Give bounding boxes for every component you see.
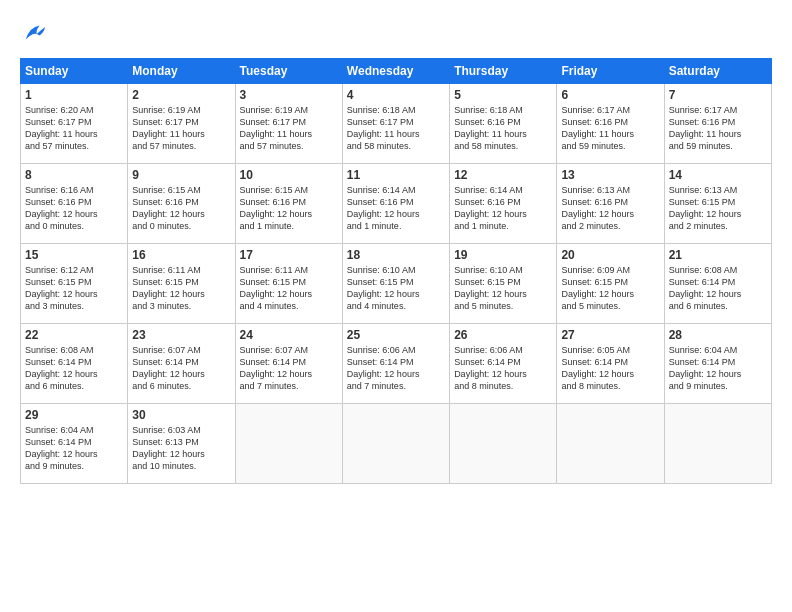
calendar-day-cell: 6Sunrise: 6:17 AM Sunset: 6:16 PM Daylig… bbox=[557, 84, 664, 164]
day-info: Sunrise: 6:13 AM Sunset: 6:16 PM Dayligh… bbox=[561, 184, 659, 233]
calendar-day-cell: 22Sunrise: 6:08 AM Sunset: 6:14 PM Dayli… bbox=[21, 324, 128, 404]
day-number: 1 bbox=[25, 88, 123, 102]
calendar-week-row: 15Sunrise: 6:12 AM Sunset: 6:15 PM Dayli… bbox=[21, 244, 772, 324]
calendar-day-cell: 23Sunrise: 6:07 AM Sunset: 6:14 PM Dayli… bbox=[128, 324, 235, 404]
calendar-day-cell: 30Sunrise: 6:03 AM Sunset: 6:13 PM Dayli… bbox=[128, 404, 235, 484]
day-number: 10 bbox=[240, 168, 338, 182]
day-info: Sunrise: 6:14 AM Sunset: 6:16 PM Dayligh… bbox=[454, 184, 552, 233]
calendar-day-cell: 24Sunrise: 6:07 AM Sunset: 6:14 PM Dayli… bbox=[235, 324, 342, 404]
day-number: 28 bbox=[669, 328, 767, 342]
day-info: Sunrise: 6:07 AM Sunset: 6:14 PM Dayligh… bbox=[132, 344, 230, 393]
day-number: 17 bbox=[240, 248, 338, 262]
calendar-day-cell: 1Sunrise: 6:20 AM Sunset: 6:17 PM Daylig… bbox=[21, 84, 128, 164]
calendar-header-tuesday: Tuesday bbox=[235, 59, 342, 84]
day-number: 29 bbox=[25, 408, 123, 422]
logo bbox=[20, 20, 52, 48]
calendar-header-sunday: Sunday bbox=[21, 59, 128, 84]
day-info: Sunrise: 6:06 AM Sunset: 6:14 PM Dayligh… bbox=[454, 344, 552, 393]
day-info: Sunrise: 6:10 AM Sunset: 6:15 PM Dayligh… bbox=[454, 264, 552, 313]
day-number: 22 bbox=[25, 328, 123, 342]
page: SundayMondayTuesdayWednesdayThursdayFrid… bbox=[0, 0, 792, 612]
day-info: Sunrise: 6:20 AM Sunset: 6:17 PM Dayligh… bbox=[25, 104, 123, 153]
day-info: Sunrise: 6:15 AM Sunset: 6:16 PM Dayligh… bbox=[132, 184, 230, 233]
calendar-day-cell: 4Sunrise: 6:18 AM Sunset: 6:17 PM Daylig… bbox=[342, 84, 449, 164]
calendar-day-cell bbox=[664, 404, 771, 484]
day-number: 27 bbox=[561, 328, 659, 342]
calendar-day-cell: 25Sunrise: 6:06 AM Sunset: 6:14 PM Dayli… bbox=[342, 324, 449, 404]
day-info: Sunrise: 6:05 AM Sunset: 6:14 PM Dayligh… bbox=[561, 344, 659, 393]
calendar-day-cell bbox=[450, 404, 557, 484]
header bbox=[20, 20, 772, 48]
calendar-day-cell: 12Sunrise: 6:14 AM Sunset: 6:16 PM Dayli… bbox=[450, 164, 557, 244]
day-number: 3 bbox=[240, 88, 338, 102]
calendar-day-cell: 26Sunrise: 6:06 AM Sunset: 6:14 PM Dayli… bbox=[450, 324, 557, 404]
calendar-header-friday: Friday bbox=[557, 59, 664, 84]
day-info: Sunrise: 6:04 AM Sunset: 6:14 PM Dayligh… bbox=[669, 344, 767, 393]
calendar-day-cell: 18Sunrise: 6:10 AM Sunset: 6:15 PM Dayli… bbox=[342, 244, 449, 324]
calendar-day-cell: 5Sunrise: 6:18 AM Sunset: 6:16 PM Daylig… bbox=[450, 84, 557, 164]
calendar-day-cell: 27Sunrise: 6:05 AM Sunset: 6:14 PM Dayli… bbox=[557, 324, 664, 404]
logo-icon bbox=[20, 20, 48, 48]
calendar-day-cell bbox=[235, 404, 342, 484]
calendar-day-cell: 15Sunrise: 6:12 AM Sunset: 6:15 PM Dayli… bbox=[21, 244, 128, 324]
day-info: Sunrise: 6:08 AM Sunset: 6:14 PM Dayligh… bbox=[669, 264, 767, 313]
calendar-day-cell: 13Sunrise: 6:13 AM Sunset: 6:16 PM Dayli… bbox=[557, 164, 664, 244]
calendar-day-cell bbox=[342, 404, 449, 484]
day-info: Sunrise: 6:18 AM Sunset: 6:17 PM Dayligh… bbox=[347, 104, 445, 153]
calendar-header-thursday: Thursday bbox=[450, 59, 557, 84]
day-number: 6 bbox=[561, 88, 659, 102]
day-number: 8 bbox=[25, 168, 123, 182]
calendar-header-monday: Monday bbox=[128, 59, 235, 84]
day-info: Sunrise: 6:17 AM Sunset: 6:16 PM Dayligh… bbox=[561, 104, 659, 153]
day-number: 19 bbox=[454, 248, 552, 262]
calendar-day-cell: 28Sunrise: 6:04 AM Sunset: 6:14 PM Dayli… bbox=[664, 324, 771, 404]
calendar-day-cell: 19Sunrise: 6:10 AM Sunset: 6:15 PM Dayli… bbox=[450, 244, 557, 324]
day-number: 5 bbox=[454, 88, 552, 102]
calendar-week-row: 22Sunrise: 6:08 AM Sunset: 6:14 PM Dayli… bbox=[21, 324, 772, 404]
day-number: 11 bbox=[347, 168, 445, 182]
calendar-day-cell: 9Sunrise: 6:15 AM Sunset: 6:16 PM Daylig… bbox=[128, 164, 235, 244]
day-number: 25 bbox=[347, 328, 445, 342]
day-number: 26 bbox=[454, 328, 552, 342]
calendar-day-cell: 17Sunrise: 6:11 AM Sunset: 6:15 PM Dayli… bbox=[235, 244, 342, 324]
day-number: 15 bbox=[25, 248, 123, 262]
calendar-table: SundayMondayTuesdayWednesdayThursdayFrid… bbox=[20, 58, 772, 484]
day-info: Sunrise: 6:14 AM Sunset: 6:16 PM Dayligh… bbox=[347, 184, 445, 233]
day-number: 16 bbox=[132, 248, 230, 262]
calendar-day-cell: 14Sunrise: 6:13 AM Sunset: 6:15 PM Dayli… bbox=[664, 164, 771, 244]
day-info: Sunrise: 6:03 AM Sunset: 6:13 PM Dayligh… bbox=[132, 424, 230, 473]
day-info: Sunrise: 6:18 AM Sunset: 6:16 PM Dayligh… bbox=[454, 104, 552, 153]
day-info: Sunrise: 6:10 AM Sunset: 6:15 PM Dayligh… bbox=[347, 264, 445, 313]
calendar-day-cell: 7Sunrise: 6:17 AM Sunset: 6:16 PM Daylig… bbox=[664, 84, 771, 164]
day-number: 2 bbox=[132, 88, 230, 102]
day-info: Sunrise: 6:11 AM Sunset: 6:15 PM Dayligh… bbox=[240, 264, 338, 313]
calendar-header-wednesday: Wednesday bbox=[342, 59, 449, 84]
day-number: 12 bbox=[454, 168, 552, 182]
calendar-week-row: 1Sunrise: 6:20 AM Sunset: 6:17 PM Daylig… bbox=[21, 84, 772, 164]
calendar-day-cell: 10Sunrise: 6:15 AM Sunset: 6:16 PM Dayli… bbox=[235, 164, 342, 244]
calendar-header-row: SundayMondayTuesdayWednesdayThursdayFrid… bbox=[21, 59, 772, 84]
calendar-header-saturday: Saturday bbox=[664, 59, 771, 84]
day-number: 21 bbox=[669, 248, 767, 262]
day-info: Sunrise: 6:13 AM Sunset: 6:15 PM Dayligh… bbox=[669, 184, 767, 233]
calendar-day-cell: 2Sunrise: 6:19 AM Sunset: 6:17 PM Daylig… bbox=[128, 84, 235, 164]
calendar-week-row: 29Sunrise: 6:04 AM Sunset: 6:14 PM Dayli… bbox=[21, 404, 772, 484]
day-info: Sunrise: 6:17 AM Sunset: 6:16 PM Dayligh… bbox=[669, 104, 767, 153]
day-number: 14 bbox=[669, 168, 767, 182]
calendar-day-cell: 11Sunrise: 6:14 AM Sunset: 6:16 PM Dayli… bbox=[342, 164, 449, 244]
day-number: 23 bbox=[132, 328, 230, 342]
day-number: 4 bbox=[347, 88, 445, 102]
calendar-day-cell: 21Sunrise: 6:08 AM Sunset: 6:14 PM Dayli… bbox=[664, 244, 771, 324]
calendar-day-cell: 20Sunrise: 6:09 AM Sunset: 6:15 PM Dayli… bbox=[557, 244, 664, 324]
day-info: Sunrise: 6:04 AM Sunset: 6:14 PM Dayligh… bbox=[25, 424, 123, 473]
day-info: Sunrise: 6:19 AM Sunset: 6:17 PM Dayligh… bbox=[240, 104, 338, 153]
day-info: Sunrise: 6:07 AM Sunset: 6:14 PM Dayligh… bbox=[240, 344, 338, 393]
day-number: 30 bbox=[132, 408, 230, 422]
day-info: Sunrise: 6:06 AM Sunset: 6:14 PM Dayligh… bbox=[347, 344, 445, 393]
day-number: 7 bbox=[669, 88, 767, 102]
calendar-week-row: 8Sunrise: 6:16 AM Sunset: 6:16 PM Daylig… bbox=[21, 164, 772, 244]
calendar-day-cell: 8Sunrise: 6:16 AM Sunset: 6:16 PM Daylig… bbox=[21, 164, 128, 244]
day-number: 20 bbox=[561, 248, 659, 262]
day-info: Sunrise: 6:12 AM Sunset: 6:15 PM Dayligh… bbox=[25, 264, 123, 313]
day-info: Sunrise: 6:11 AM Sunset: 6:15 PM Dayligh… bbox=[132, 264, 230, 313]
